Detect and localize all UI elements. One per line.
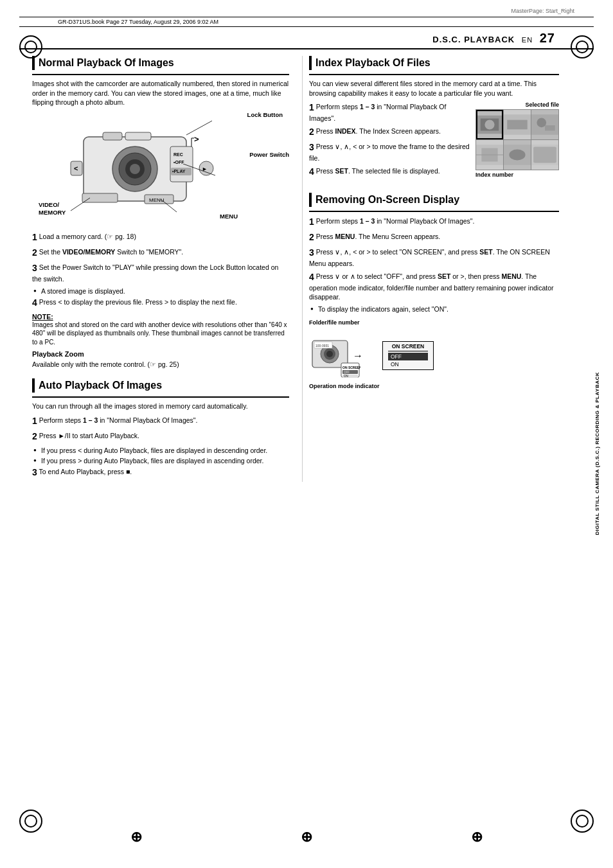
video-memory-label: VIDEO/MEMORY <box>39 201 66 216</box>
main-content: Normal Playback Of Images Images shot wi… <box>19 49 594 482</box>
on-option: ON <box>388 360 428 368</box>
thumb-5 <box>504 140 531 170</box>
onscreen-menu: ON SCREEN OFF ON <box>382 341 434 370</box>
file-info-bar: GR-D371US.book Page 27 Tuesday, August 2… <box>19 17 594 27</box>
thumb-4 <box>476 140 503 170</box>
note-box: NOTE: Images shot and stored on the card… <box>32 313 289 347</box>
corner-mark-tl <box>19 35 42 58</box>
removing-bullet: To display the indicators again, select … <box>309 305 559 314</box>
master-page-label: MasterPage: Start_Right <box>511 8 574 14</box>
index-cell-3 <box>531 110 558 139</box>
normal-step-3: 3 Set the Power Switch to "PLAY" while p… <box>32 262 289 283</box>
page-header-title: D.S.C. PLAYBACK EN 27 <box>432 31 555 46</box>
removing-title: Removing On-Screen Display <box>315 194 459 206</box>
removing-step-2: 2 Press MENU. The Menu Screen appears. <box>309 231 559 244</box>
svg-point-38 <box>509 150 525 161</box>
removing-step-4: 4 Press ∨ or ∧ to select "OFF", and pres… <box>309 271 559 301</box>
svg-point-44 <box>326 351 333 357</box>
svg-rect-5 <box>103 132 122 140</box>
index-cell-5 <box>504 140 531 170</box>
auto-playback-body: You can run through all the images store… <box>32 402 289 411</box>
index-number-label: Index number <box>475 172 559 178</box>
normal-bullet-1: A stored image is displayed. <box>32 287 289 296</box>
section-divider-removing <box>309 211 559 212</box>
right-column: Index Playback Of Files You can view sev… <box>302 56 559 482</box>
section-bar-removing <box>309 193 312 207</box>
corner-mark-tr <box>571 35 594 58</box>
corner-inner-tr <box>576 40 589 53</box>
svg-point-4 <box>130 164 140 174</box>
section-bar-index <box>309 56 312 70</box>
index-playback-body: You can view several different files sto… <box>309 79 559 98</box>
lock-button-label: Lock Button <box>247 111 283 118</box>
svg-rect-16 <box>82 193 118 202</box>
playback-zoom-body: Available only with the remote control. … <box>32 360 289 369</box>
off-option: OFF <box>388 353 428 360</box>
auto-bullet-1: If you press < during Auto Playback, fil… <box>32 446 289 455</box>
index-playback-title: Index Playback Of Files <box>315 57 431 69</box>
note-label: NOTE: <box>32 313 289 321</box>
removing-step-1: 1 Perform steps 1 – 3 in "Normal Playbac… <box>309 216 559 228</box>
svg-rect-11 <box>171 168 191 175</box>
auto-step-2: 2 Press ►/II to start Auto Playback. <box>32 430 289 443</box>
svg-text:OFF: OFF <box>344 371 350 374</box>
thumb-6 <box>531 140 558 170</box>
folder-file-label: Folder/file number <box>309 319 559 326</box>
index-cell-2 <box>504 110 531 139</box>
onscreen-diagram: 100-0931 ON SCREEN OFF ON → <box>309 331 559 380</box>
normal-playback-title: Normal Playback Of Images <box>39 57 174 69</box>
svg-text:<: < <box>74 164 78 172</box>
index-cell-6 <box>531 140 558 170</box>
bottom-reg-1: ⊕ <box>130 829 142 846</box>
arrow-right: → <box>353 350 363 362</box>
onscreen-diagram-area: Folder/file number <box>309 319 559 389</box>
auto-playback-header: Auto Playback Of Images <box>32 378 289 393</box>
onscreen-camera-container: 100-0931 ON SCREEN OFF ON → <box>309 331 360 380</box>
svg-text:ON: ON <box>344 375 348 378</box>
normal-playback-header: Normal Playback Of Images <box>32 56 289 70</box>
svg-text:100-0931: 100-0931 <box>315 344 329 348</box>
page-wrapper: MasterPage: Start_Right GR-D371US.book P… <box>0 0 613 868</box>
side-label: DIGITAL STILL CAMERA (D.S.C.) RECORDING … <box>594 372 600 535</box>
bottom-reg-row: ⊕ ⊕ ⊕ <box>0 829 613 846</box>
on-screen-label: ON SCREEN <box>388 343 428 351</box>
thumb-2 <box>504 110 531 139</box>
note-text: Images shot and stored on the card with … <box>32 321 289 347</box>
menu-label: MENU <box>220 213 238 220</box>
page-header: D.S.C. PLAYBACK EN 27 <box>19 27 594 49</box>
svg-text:►: ► <box>202 166 208 172</box>
svg-rect-40 <box>533 147 556 163</box>
svg-text:>: > <box>194 134 199 144</box>
auto-playback-title: Auto Playback Of Images <box>39 380 162 391</box>
removing-header: Removing On-Screen Display <box>309 193 559 207</box>
thumb-1 <box>477 111 502 138</box>
removing-step-3: 3 Press ∨, ∧, < or > to select "ON SCREE… <box>309 247 559 268</box>
section-divider-normal <box>32 74 289 75</box>
left-column: Normal Playback Of Images Images shot wi… <box>32 56 302 482</box>
power-switch-label: Power Switch <box>249 151 289 158</box>
index-playback-header: Index Playback Of Files <box>309 56 559 70</box>
section-divider-index <box>309 74 559 75</box>
auto-step-3: 3 To end Auto Playback, press ■. <box>32 466 289 479</box>
master-page-area: MasterPage: Start_Right <box>0 0 613 17</box>
section-bar-auto <box>32 378 35 393</box>
camera-diagram-container: REC •OFF •PLAY < ► MENU <box>32 111 289 225</box>
svg-point-28 <box>484 120 494 130</box>
playback-zoom-title: Playback Zoom <box>32 350 289 358</box>
svg-rect-6 <box>125 132 151 140</box>
normal-playback-body: Images shot with the camcorder are autom… <box>32 79 289 107</box>
index-thumbnail-grid <box>475 109 559 170</box>
index-cell-4 <box>476 140 503 170</box>
svg-text:ON SCREEN: ON SCREEN <box>342 366 360 369</box>
onscreen-menu-box: ON SCREEN OFF ON <box>382 341 434 370</box>
svg-rect-30 <box>507 120 528 130</box>
corner-inner-tl <box>24 40 37 53</box>
file-info-text: GR-D371US.book Page 27 Tuesday, August 2… <box>58 19 218 25</box>
corner-inner-br <box>576 815 589 828</box>
auto-bullet-2: If you press > during Auto Playback, fil… <box>32 456 289 465</box>
thumb-3 <box>531 110 558 139</box>
corner-inner-bl <box>24 815 37 828</box>
en-label: EN <box>522 36 533 44</box>
operation-mode-label: Operation mode indicator <box>309 383 559 389</box>
index-cell-1 <box>476 110 503 139</box>
